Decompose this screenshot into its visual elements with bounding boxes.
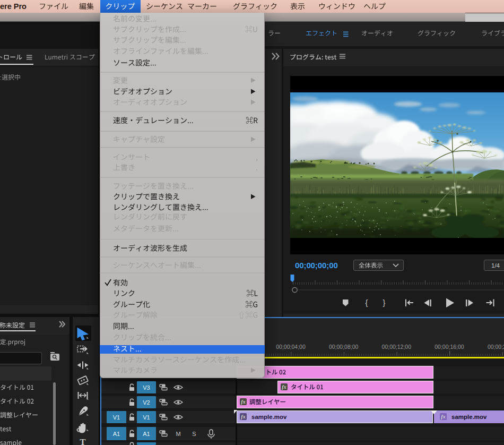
svg-text:fx: fx bbox=[441, 414, 445, 420]
svg-text:ere Pro: ere Pro bbox=[0, 2, 27, 11]
svg-text:V1: V1 bbox=[113, 414, 120, 421]
svg-text:V1: V1 bbox=[143, 414, 150, 421]
svg-text:S: S bbox=[192, 431, 196, 437]
svg-text:V2: V2 bbox=[143, 399, 150, 406]
svg-text:A1: A1 bbox=[113, 431, 120, 437]
svg-text:00;00;16;00: 00;00;16;00 bbox=[435, 344, 464, 350]
svg-text:00;00;00;00: 00;00;00;00 bbox=[295, 261, 338, 270]
svg-text:fx: fx bbox=[282, 384, 286, 390]
svg-text:00;00;20;00: 00;00;20;00 bbox=[488, 344, 504, 350]
svg-text:{: { bbox=[366, 298, 368, 307]
svg-text:00;00;04;00: 00;00;04;00 bbox=[276, 344, 306, 350]
svg-text:00;00;12;00: 00;00;12;00 bbox=[382, 344, 412, 350]
svg-text:1/4: 1/4 bbox=[491, 262, 500, 269]
svg-text:sample.mov: sample.mov bbox=[451, 414, 487, 420]
svg-text:fx: fx bbox=[241, 399, 245, 405]
svg-text:00;00;08;00: 00;00;08;00 bbox=[329, 344, 359, 350]
svg-text:fx: fx bbox=[241, 414, 245, 420]
svg-text:T: T bbox=[80, 437, 86, 445]
svg-text:V3: V3 bbox=[143, 384, 150, 391]
svg-text:A1: A1 bbox=[143, 431, 150, 437]
svg-text:}: } bbox=[383, 298, 386, 307]
svg-text:sample.mov: sample.mov bbox=[251, 414, 287, 420]
svg-text:M: M bbox=[176, 431, 180, 437]
